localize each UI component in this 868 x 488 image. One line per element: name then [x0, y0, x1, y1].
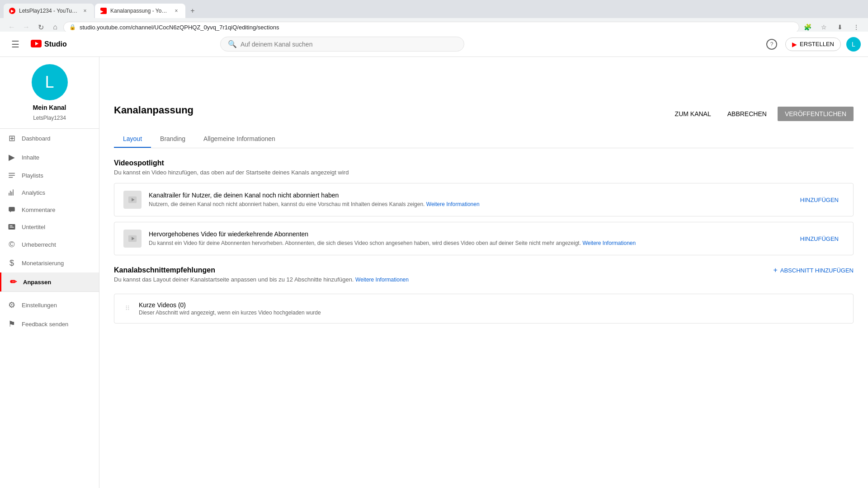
svg-rect-2: [9, 173, 15, 174]
untertitel-icon: [7, 223, 16, 231]
svg-point-11: [126, 307, 127, 308]
address-bar[interactable]: 🔒 studio.youtube.com/channel/UCocN6zQPHQ…: [63, 22, 799, 33]
kommentare-label: Kommentare: [22, 206, 55, 213]
playlists-icon: [7, 171, 16, 179]
tab-layout[interactable]: Layout: [114, 131, 151, 148]
abbrechen-button[interactable]: ABBRECHEN: [722, 107, 772, 121]
kurze-videos-desc: Dieser Abschnitt wird angezeigt, wenn ei…: [139, 310, 844, 316]
tab-title-1: LetsPlay1234 - YouTube: [19, 8, 78, 14]
channel-handle: LetsPlay1234: [33, 115, 66, 121]
avatar[interactable]: L: [32, 64, 68, 100]
dashboard-icon: ⊞: [7, 133, 16, 143]
svg-point-14: [128, 309, 129, 310]
sidebar-item-einstellungen[interactable]: ⚙ Einstellungen: [0, 296, 99, 314]
card-kanaltrailer-action[interactable]: HINZUFÜGEN: [795, 194, 844, 206]
svg-point-10: [128, 305, 129, 306]
tab-branding[interactable]: Branding: [151, 131, 194, 148]
card-hervorgehoben-row: Hervorgehobenes Video für wiederkehrende…: [114, 222, 853, 255]
card-hervorgehoben-content: Hervorgehobenes Video für wiederkehrende…: [149, 230, 788, 247]
svg-rect-4: [9, 177, 13, 178]
anpassen-icon: ✏: [9, 277, 18, 287]
sidebar-item-analytics[interactable]: Analytics: [0, 184, 99, 201]
hamburger-button[interactable]: ☰: [7, 37, 24, 52]
create-icon: ▶: [792, 41, 797, 48]
kommentare-icon: [7, 206, 16, 214]
create-label: ERSTELLEN: [800, 41, 834, 47]
tab-favicon-yt: ▶: [9, 8, 15, 14]
search-input[interactable]: [241, 41, 457, 48]
einstellungen-icon: ⚙: [7, 300, 16, 310]
sidebar-item-inhalte[interactable]: ▶ Inhalte: [0, 148, 99, 167]
tab-title-2: Kanalanpassung - YouTu...: [110, 8, 169, 14]
section-card-kurze-videos: Kurze Videos (0) Dieser Abschnitt wird a…: [114, 294, 854, 324]
sections-desc: Du kannst das Layout deiner Kanalstartse…: [114, 276, 409, 283]
sidebar-item-kommentare[interactable]: Kommentare: [0, 201, 99, 218]
card-kanaltrailer-row: Kanaltrailer für Nutzer, die deinen Kana…: [114, 183, 853, 216]
zum-kanal-button[interactable]: ZUM KANAL: [670, 107, 717, 121]
sidebar-item-dashboard[interactable]: ⊞ Dashboard: [0, 129, 99, 148]
card-hervorgehoben-link[interactable]: Weitere Informationen: [582, 240, 636, 246]
tab-letsplay[interactable]: ▶ LetsPlay1234 - YouTube ×: [4, 4, 94, 18]
create-button[interactable]: ▶ ERSTELLEN: [785, 38, 841, 51]
card-kanaltrailer-link[interactable]: Weitere Informationen: [426, 201, 480, 207]
analytics-icon: [7, 188, 16, 197]
tab-close-2[interactable]: ×: [173, 7, 180, 14]
search-input-wrapper[interactable]: 🔍: [220, 37, 464, 52]
tab-bar: ▶ LetsPlay1234 - YouTube × ▶ Kanalanpass…: [0, 0, 868, 18]
secure-icon: 🔒: [69, 24, 76, 30]
videospotlight-desc: Du kannst ein Video hinzufügen, das oben…: [114, 169, 854, 176]
svg-point-13: [126, 309, 127, 310]
urheberrecht-icon: ©: [7, 240, 16, 249]
dashboard-label: Dashboard: [22, 135, 51, 142]
tab-favicon-studio: ▶: [100, 8, 107, 14]
add-section-icon: +: [773, 266, 777, 274]
card-kanaltrailer-thumbnail: [123, 191, 142, 209]
inhalte-icon: ▶: [7, 152, 16, 162]
urheberrecht-label: Urheberrecht: [22, 241, 56, 248]
sidebar-header: L Mein Kanal LetsPlay1234: [0, 57, 99, 129]
feedback-label: Feedback senden: [22, 321, 68, 328]
kurze-videos-title: Kurze Videos (0): [139, 301, 844, 309]
sidebar-item-feedback[interactable]: ⚑ Feedback senden: [0, 314, 99, 333]
card-kanaltrailer: Kanaltrailer für Nutzer, die deinen Kana…: [114, 183, 854, 216]
sections-header-left: Kanalabschnittempfehlungen Du kannst das…: [114, 266, 409, 290]
sections-title: Kanalabschnittempfehlungen: [114, 266, 409, 274]
veroeffentlichen-button[interactable]: VERÖFFENTLICHEN: [778, 107, 854, 121]
search-icon: 🔍: [228, 40, 237, 48]
add-section-button[interactable]: + ABSCHNITT HINZUFÜGEN: [773, 266, 854, 274]
playlists-label: Playlists: [22, 172, 43, 179]
channel-name: Mein Kanal: [33, 104, 66, 111]
card-kanaltrailer-desc: Nutzern, die deinen Kanal noch nicht abo…: [149, 201, 788, 208]
page-top: Kanalanpassung ZUM KANAL ABBRECHEN VERÖF…: [114, 104, 854, 123]
page-title: Kanalanpassung: [114, 104, 193, 116]
help-button[interactable]: ?: [764, 37, 780, 52]
videospotlight-title: Videospotlight: [114, 159, 854, 167]
drag-handle-icon[interactable]: [123, 304, 132, 314]
sidebar-item-monetarisierung[interactable]: $ Monetarisierung: [0, 254, 99, 272]
sections-area: Kanalabschnittempfehlungen Du kannst das…: [114, 266, 854, 324]
tab-close-1[interactable]: ×: [81, 7, 89, 14]
add-section-label: ABSCHNITT HINZUFÜGEN: [780, 267, 854, 274]
videospotlight-section: Videospotlight Du kannst ein Video hinzu…: [114, 159, 854, 255]
sidebar-nav: ⊞ Dashboard ▶ Inhalte Playlists Analytic…: [0, 129, 99, 291]
monetarisierung-icon: $: [7, 258, 16, 268]
sidebar-item-playlists[interactable]: Playlists: [0, 167, 99, 184]
sidebar-item-anpassen[interactable]: ✏ Anpassen: [0, 272, 99, 291]
feedback-icon: ⚑: [7, 319, 16, 329]
svg-rect-3: [9, 175, 15, 176]
address-text: studio.youtube.com/channel/UCocN6zQPHQZ_…: [80, 24, 793, 31]
sidebar-item-urheberrecht[interactable]: © Urheberrecht: [0, 235, 99, 254]
card-hervorgehoben-desc: Du kannst ein Video für deine Abonnenten…: [149, 239, 788, 247]
tab-allgemein[interactable]: Allgemeine Informationen: [194, 131, 284, 148]
einstellungen-label: Einstellungen: [22, 302, 57, 309]
section-card-kurze-videos-content: Kurze Videos (0) Dieser Abschnitt wird a…: [139, 301, 844, 316]
card-hervorgehoben-thumbnail: [123, 230, 142, 248]
section-card-kurze-videos-row: Kurze Videos (0) Dieser Abschnitt wird a…: [114, 294, 853, 323]
card-hervorgehoben-action[interactable]: HINZUFÜGEN: [795, 233, 844, 245]
user-avatar[interactable]: L: [846, 37, 861, 52]
tab-studio[interactable]: ▶ Kanalanpassung - YouTu... ×: [95, 4, 185, 18]
sidebar-item-untertitel[interactable]: Untertitel: [0, 218, 99, 235]
sections-header: Kanalabschnittempfehlungen Du kannst das…: [114, 266, 854, 290]
new-tab-button[interactable]: +: [186, 5, 199, 17]
sections-link[interactable]: Weitere Informationen: [355, 277, 409, 283]
